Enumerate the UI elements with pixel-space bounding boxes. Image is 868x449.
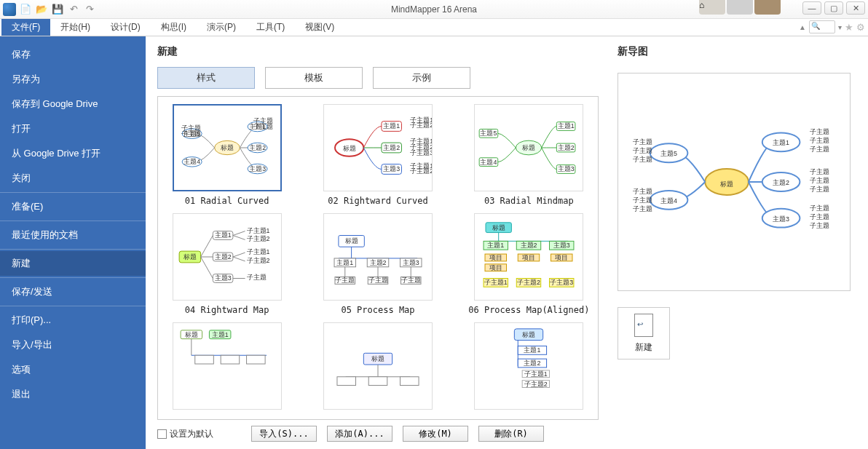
svg-text:主题4: 主题4 — [184, 158, 200, 165]
template-thumbnail: 标题 主题1 — [173, 322, 282, 410]
sidebar-separator — [0, 249, 146, 250]
svg-rect-115 — [246, 355, 265, 364]
template-item[interactable]: 标题 主题1 主题2 主题3 子主题 子主题 子主题 05 Process Ma… — [313, 213, 442, 315]
maximize-button[interactable]: ▢ — [824, 1, 843, 15]
svg-text:主题1: 主题1 — [214, 231, 231, 239]
favorite-icon[interactable]: ★ — [845, 22, 853, 33]
svg-text:子主题: 子主题 — [633, 156, 652, 163]
category-tab-style[interactable]: 样式 — [157, 67, 255, 89]
sidebar-item-save-gdrive[interactable]: 保存到 Google Drive — [0, 92, 146, 116]
ribbon-tab-design[interactable]: 设计(D) — [100, 19, 151, 36]
svg-text:子主题1: 子主题1 — [246, 248, 269, 255]
svg-rect-114 — [221, 355, 240, 364]
svg-text:子主题: 子主题 — [401, 277, 421, 284]
sidebar-item-recent[interactable]: 最近使用的文档 — [0, 223, 146, 247]
backstage-main: 新建 样式 模板 示例 标题 主题5 主题4 主题1 — [146, 36, 868, 449]
ribbon-tabs: 文件(F) 开始(H) 设计(D) 构思(I) 演示(P) 工具(T) 视图(V… — [0, 19, 868, 36]
template-thumbnail: 标题 主题1 主题2 主题3 子主题 子主题 子主题 — [323, 213, 433, 301]
svg-text:主题2: 主题2 — [773, 179, 789, 186]
sidebar-item-close[interactable]: 关闭 — [0, 166, 146, 191]
sidebar-item-open-gdrive[interactable]: 从 Google Drive 打开 — [0, 141, 146, 166]
window-controls: — ▢ ✕ — [802, 1, 865, 15]
sidebar-item-save[interactable]: 保存 — [0, 42, 146, 67]
sidebar-item-import-export[interactable]: 导入/导出 — [0, 333, 146, 357]
open-icon[interactable]: 📂 — [35, 3, 48, 16]
redo-icon[interactable]: ↷ — [83, 3, 96, 16]
ribbon-tab-home[interactable]: 开始(H) — [50, 19, 100, 36]
svg-text:子主题: 子主题 — [810, 168, 829, 175]
template-label: 03 Radial Mindmap — [484, 196, 574, 206]
extra-tab[interactable] — [727, 0, 753, 15]
sidebar-item-save-as[interactable]: 另存为 — [0, 67, 146, 92]
delete-button[interactable]: 删除(R) — [478, 426, 544, 442]
sidebar-item-new[interactable]: 新建 — [0, 251, 146, 276]
dropdown-icon[interactable]: ▾ — [838, 23, 842, 31]
sidebar-separator — [0, 277, 146, 278]
sidebar-item-prepare[interactable]: 准备(E) — [0, 194, 146, 219]
svg-text:主题1: 主题1 — [558, 122, 575, 130]
template-item[interactable]: 标题 主题1 主题2 主题3 子主题1子主题2 子主题1子主题2子主题3 子主题… — [313, 104, 442, 206]
extra-tab[interactable] — [754, 0, 781, 15]
extra-tab[interactable]: ⌂ — [699, 0, 725, 15]
template-thumbnail: 标题 主题5 主题4 主题1 主题2 主题3 子主题 子主题 子主题 子主题 — [173, 104, 282, 191]
bottom-bar: 设置为默认 导入(S)... 添加(A)... 修改(M) 删除(R) — [157, 420, 599, 442]
template-item[interactable]: 标题 — [313, 322, 442, 410]
svg-text:项目: 项目 — [556, 254, 569, 261]
svg-text:主题3: 主题3 — [214, 274, 231, 282]
ribbon-tab-present[interactable]: 演示(P) — [197, 19, 246, 36]
template-item[interactable]: 标题 主题1 主题2 子主题1 子主题2 — [465, 322, 593, 410]
sidebar-item-print[interactable]: 打印(P)... — [0, 308, 146, 333]
ribbon-tab-file[interactable]: 文件(F) — [1, 19, 50, 36]
svg-text:主题2: 主题2 — [249, 144, 266, 151]
svg-text:子主题: 子主题 — [335, 277, 355, 284]
add-button[interactable]: 添加(A)... — [327, 426, 392, 442]
minimize-button[interactable]: — — [802, 1, 821, 15]
svg-text:子主题: 子主题 — [633, 196, 652, 204]
modify-button[interactable]: 修改(M) — [403, 426, 468, 442]
svg-text:子主题: 子主题 — [181, 130, 201, 138]
ribbon-collapse-icon[interactable]: ▲ — [799, 23, 806, 31]
svg-text:子主题: 子主题 — [633, 188, 652, 195]
svg-rect-120 — [337, 377, 356, 386]
template-item[interactable]: 标题 主题5 主题4 主题1 主题2 主题3 03 Radial Mindmap — [465, 104, 593, 206]
template-label: 04 Rightward Map — [185, 305, 269, 315]
ribbon-right-controls: ▲ ▾ ★ ⚙ — [799, 20, 865, 33]
search-input[interactable] — [809, 20, 835, 33]
svg-text:主题2: 主题2 — [521, 242, 537, 249]
template-item[interactable]: 标题 主题1 主题2 主题3 子主题1 子主题2 子主题1 子主题2 子主题 — [162, 213, 291, 315]
svg-text:主题3: 主题3 — [383, 165, 400, 172]
save-icon[interactable]: 💾 — [51, 3, 64, 16]
category-tab-template[interactable]: 模板 — [265, 67, 363, 89]
template-item[interactable]: 标题 主题1 — [162, 322, 291, 410]
svg-text:标题: 标题 — [521, 331, 535, 338]
template-label: 01 Radial Curved — [185, 196, 269, 206]
ribbon-tab-tools[interactable]: 工具(T) — [246, 19, 295, 36]
svg-text:标题: 标题 — [183, 253, 197, 261]
sidebar-item-open[interactable]: 打开 — [0, 116, 146, 141]
sidebar-item-options[interactable]: 选项 — [0, 357, 146, 382]
set-default-checkbox[interactable]: 设置为默认 — [157, 428, 213, 440]
template-gallery[interactable]: 标题 主题5 主题4 主题1 主题2 主题3 子主题 子主题 子主题 子主题 — [157, 96, 599, 420]
undo-icon[interactable]: ↶ — [67, 3, 80, 16]
svg-text:子主题: 子主题 — [810, 177, 829, 184]
sidebar-item-exit[interactable]: 退出 — [0, 382, 146, 407]
file-sidebar: 保存 另存为 保存到 Google Drive 打开 从 Google Driv… — [0, 36, 146, 449]
svg-line-58 — [233, 253, 245, 257]
category-tab-example[interactable]: 示例 — [373, 67, 470, 89]
ribbon-tab-idea[interactable]: 构思(I) — [151, 19, 197, 36]
title-bar: 📄 📂 💾 ↶ ↷ MindMapper 16 Arena ⌂ — ▢ ✕ — [0, 0, 868, 19]
import-button[interactable]: 导入(S)... — [251, 426, 317, 442]
template-item[interactable]: 标题 主题1 主题2 主题3 项目 项目 项目 项目 子主题1 子主题2 — [465, 213, 593, 315]
svg-text:子主题3: 子主题3 — [410, 149, 432, 156]
svg-text:标题: 标题 — [342, 145, 356, 152]
new-doc-icon[interactable]: 📄 — [19, 3, 32, 16]
template-item[interactable]: 标题 主题5 主题4 主题1 主题2 主题3 子主题 子主题 子主题 子主题 — [162, 104, 291, 206]
create-new-button[interactable]: 新建 — [618, 307, 670, 359]
close-button[interactable]: ✕ — [846, 1, 865, 15]
sidebar-separator — [0, 306, 146, 306]
ribbon-tab-view[interactable]: 视图(V) — [295, 19, 344, 36]
svg-text:子主题: 子主题 — [810, 186, 829, 193]
svg-text:标题: 标题 — [492, 224, 505, 231]
settings-icon[interactable]: ⚙ — [856, 22, 865, 33]
sidebar-item-save-send[interactable]: 保存/发送 — [0, 279, 146, 304]
